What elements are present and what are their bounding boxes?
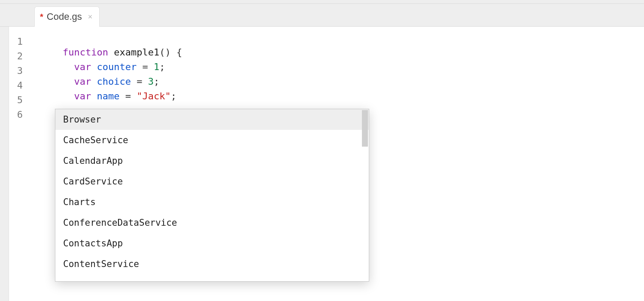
autocomplete-item[interactable]: ContactsApp [55,233,369,254]
punct: ; [171,91,176,101]
line-number-gutter: 1 2 3 4 5 6 [9,27,30,301]
punct: = [119,91,137,101]
close-icon[interactable]: × [88,13,93,21]
file-tab[interactable]: * Code.gs × [34,6,100,27]
autocomplete-item[interactable]: Charts [55,192,369,212]
line-number: 3 [9,65,30,76]
autocomplete-item[interactable]: CalendarApp [55,150,369,171]
punct: ; [159,61,165,72]
line-number: 1 [9,36,30,47]
tab-filename: Code.gs [47,11,82,22]
variable-name: name [97,91,119,101]
autocomplete-item[interactable]: CacheService [55,130,369,150]
autocomplete-item[interactable]: CardService [55,171,369,192]
autocomplete-item[interactable]: ContentService [55,254,369,274]
string-literal: "Jack" [137,91,170,101]
line-number: 2 [9,51,30,61]
unsaved-indicator-icon: * [40,12,43,21]
line-number: 5 [9,95,30,105]
line-number: 4 [9,80,30,91]
autocomplete-popup[interactable]: Browser CacheService CalendarApp CardSer… [55,109,369,282]
keyword: var [74,91,91,101]
line-number: 6 [9,109,30,120]
scrollbar-thumb[interactable] [362,110,368,147]
autocomplete-item[interactable]: ConferenceDataService [55,212,369,233]
space [91,91,97,101]
tab-bar: * Code.gs × [0,3,644,27]
autocomplete-item[interactable]: Browser [55,109,369,130]
